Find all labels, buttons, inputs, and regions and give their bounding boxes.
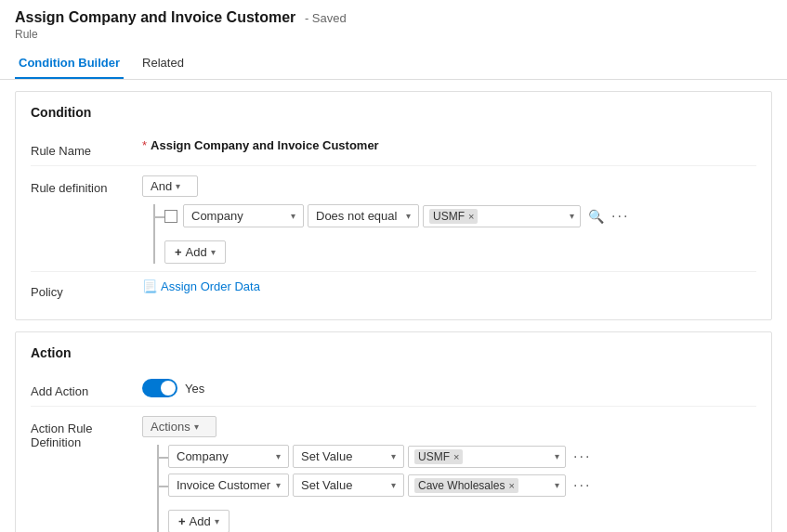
add-plus-icon: + (175, 245, 182, 259)
action-value-1-chevron-icon: ▾ (555, 451, 559, 461)
action-value-field-2[interactable]: Cave Wholesales × ▾ (408, 474, 566, 497)
rule-name-row: Rule Name * Assign Company and Invoice C… (31, 131, 756, 166)
action-field-dropdown-2[interactable]: Invoice Customer ▾ (168, 474, 289, 497)
action-tree-group: Company ▾ Set Value ▾ USMF × ▾ (157, 445, 595, 532)
condition-checkbox[interactable] (164, 210, 177, 223)
action-section-title: Action (31, 345, 756, 360)
search-icon: 🔍 (588, 209, 604, 224)
saved-badge: - Saved (305, 11, 347, 25)
action-value-tag-2: Cave Wholesales × (414, 478, 518, 493)
and-dropdown-chevron-icon: ▾ (176, 181, 180, 191)
page-header: Assign Company and Invoice Customer - Sa… (0, 0, 787, 41)
add-action-label: Add Action (31, 379, 142, 398)
action-value-tag-1-remove-icon[interactable]: × (453, 451, 459, 462)
condition-add-button[interactable]: + Add ▾ (164, 240, 226, 264)
page-title: Assign Company and Invoice Customer (15, 9, 295, 25)
action-field-2-chevron-icon: ▾ (276, 480, 281, 490)
tab-related[interactable]: Related (138, 48, 188, 79)
tabs-bar: Condition Builder Related (0, 48, 787, 80)
rule-name-value-area: * Assign Company and Invoice Customer (142, 138, 756, 152)
add-action-toggle-container: Yes (142, 379, 204, 397)
action-rule-definition-row: Action Rule Definition Actions ▾ Company… (31, 407, 756, 532)
and-dropdown[interactable]: And ▾ (142, 175, 198, 197)
action-rule-definition-value-area: Actions ▾ Company ▾ Set Value ▾ (142, 416, 756, 532)
add-button-chevron-icon: ▾ (211, 247, 216, 257)
action-operator-2-chevron-icon: ▾ (391, 480, 396, 490)
action-value-tag-1: USMF × (414, 449, 463, 464)
action-value-field-1[interactable]: USMF × ▾ (408, 446, 566, 468)
condition-section: Condition Rule Name * Assign Company and… (15, 91, 772, 320)
action-section: Action Add Action Yes Action Rule Defini… (15, 331, 772, 532)
add-action-toggle[interactable] (142, 379, 177, 397)
rule-definition-value-area: And ▾ Company ▾ Does not equal (142, 175, 756, 264)
condition-section-title: Condition (31, 105, 756, 120)
policy-value-area: 📃 Assign Order Data (142, 279, 756, 293)
value-field-chevron-icon: ▾ (570, 211, 574, 221)
field-dropdown-chevron-icon: ▾ (291, 211, 295, 221)
operator-dropdown-chevron-icon: ▾ (406, 211, 411, 221)
condition-value-tag: USMF × (429, 209, 478, 224)
condition-tree-row-1: Company ▾ Does not equal ▾ USMF × (164, 204, 633, 227)
actions-dropdown-chevron-icon: ▾ (194, 422, 199, 432)
action-tree-row-2: Invoice Customer ▾ Set Value ▾ Cave Whol… (168, 474, 595, 497)
required-star: * (142, 138, 147, 152)
action-add-plus-icon: + (178, 514, 186, 528)
action-operator-1-chevron-icon: ▾ (391, 451, 396, 461)
ellipsis-icon: ··· (611, 208, 629, 224)
action-field-dropdown-1[interactable]: Company ▾ (168, 445, 289, 468)
action-operator-dropdown-1[interactable]: Set Value ▾ (293, 445, 404, 468)
action-value-tag-2-remove-icon[interactable]: × (508, 480, 514, 491)
actions-dropdown[interactable]: Actions ▾ (142, 416, 216, 437)
add-action-row: Add Action Yes (31, 371, 756, 407)
rule-definition-row: Rule definition And ▾ Company ▾ (31, 166, 756, 272)
action-value-2-chevron-icon: ▾ (555, 480, 559, 490)
action-add-button-chevron-icon: ▾ (215, 516, 219, 526)
policy-link[interactable]: 📃 Assign Order Data (142, 279, 260, 293)
action-operator-dropdown-2[interactable]: Set Value ▾ (293, 474, 404, 497)
policy-icon: 📃 (142, 279, 157, 293)
action-add-button[interactable]: + Add ▾ (168, 510, 230, 532)
condition-search-button[interactable]: 🔍 (584, 205, 608, 227)
ellipsis-icon-2: ··· (573, 477, 591, 493)
toggle-thumb (161, 381, 176, 396)
add-action-value-area: Yes (142, 379, 756, 397)
action-more-button-2[interactable]: ··· (570, 475, 595, 496)
toggle-value-label: Yes (185, 382, 204, 396)
condition-more-button[interactable]: ··· (608, 206, 633, 227)
policy-label: Policy (31, 279, 142, 299)
condition-value-field[interactable]: USMF × ▾ (423, 205, 581, 227)
condition-add-area: + Add ▾ (164, 235, 633, 264)
condition-operator-dropdown[interactable]: Does not equal ▾ (308, 204, 419, 227)
action-tree-row-1: Company ▾ Set Value ▾ USMF × ▾ (168, 445, 595, 468)
page-subtitle: Rule (15, 28, 772, 41)
policy-row: Policy 📃 Assign Order Data (31, 272, 756, 306)
action-field-1-chevron-icon: ▾ (276, 451, 281, 461)
rule-name-label: Rule Name (31, 138, 142, 158)
condition-value-tag-remove-icon[interactable]: × (468, 211, 474, 222)
action-rule-definition-label: Action Rule Definition (31, 416, 142, 449)
tab-condition-builder[interactable]: Condition Builder (15, 48, 124, 79)
rule-name-value: Assign Company and Invoice Customer (151, 138, 379, 152)
action-add-area: + Add ▾ (168, 504, 595, 532)
ellipsis-icon-1: ··· (573, 448, 591, 464)
condition-tree-group: Company ▾ Does not equal ▾ USMF × (153, 204, 633, 264)
condition-field-dropdown[interactable]: Company ▾ (183, 204, 304, 227)
action-more-button-1[interactable]: ··· (570, 447, 595, 467)
rule-definition-label: Rule definition (31, 175, 142, 195)
